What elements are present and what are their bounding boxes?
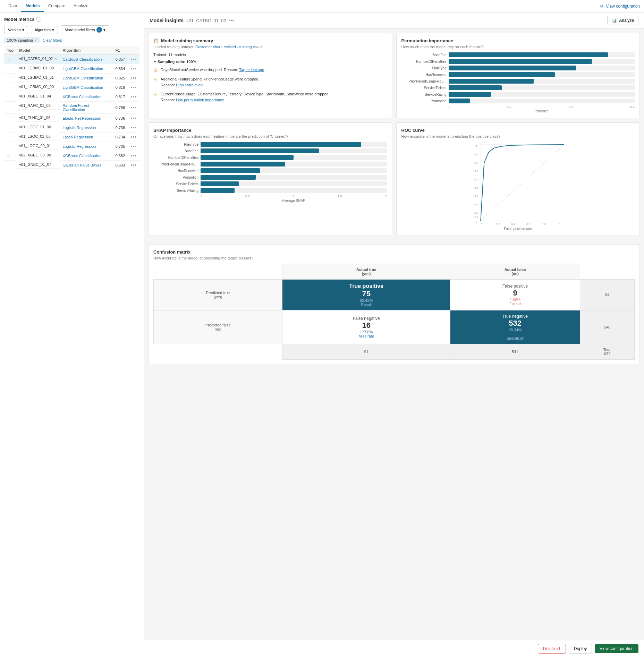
algorithm-name[interactable]: Logistic Regression: [62, 126, 96, 130]
roc-chart: 1 0.9 0.8 0.7 0.6 0.5 0.4 0.3 0.2 0.1 0: [401, 142, 635, 225]
model-cell: v01_LGBMC_00_00: [16, 83, 60, 91]
delete-button[interactable]: Delete v1: [538, 644, 566, 654]
deploy-button[interactable]: Deploy: [569, 644, 592, 654]
col-actions: [128, 46, 139, 55]
algorithm-name[interactable]: Logistic Regression: [62, 144, 96, 148]
cm-row1-total: 84: [580, 280, 635, 310]
shap-bar-track: [201, 168, 387, 173]
nav-analyze[interactable]: Analyze: [69, 1, 93, 12]
nav-data[interactable]: Data: [4, 1, 21, 12]
table-row[interactable]: v01_LGBMC_00_00 LightGBM Classification …: [4, 83, 139, 92]
row-actions[interactable]: •••: [130, 125, 137, 130]
table-row[interactable]: ☆ v02_XGBC_00_00 XGBoost Classification …: [4, 151, 139, 161]
row-actions[interactable]: •••: [130, 75, 137, 81]
row-actions[interactable]: •••: [130, 162, 137, 168]
dataset-link[interactable]: Customer churn revised - training.csv: [195, 45, 259, 49]
algorithm-name[interactable]: XGBoost Classification: [62, 95, 101, 99]
warning-icon-2: ⚠: [153, 77, 158, 82]
drop-reason-link-2[interactable]: High correlation: [176, 83, 203, 87]
table-row[interactable]: v01_LOGC_00_01 Logistic Regression 0.705…: [4, 142, 139, 151]
algorithm-name[interactable]: Gaussian Naive Bayes: [62, 163, 101, 167]
training-dataset-info: Loaded training dataset: Customer churn …: [153, 45, 387, 49]
perm-x-label: Influence: [401, 109, 635, 113]
cm-row-pred-false: Predicted false(no): [154, 310, 282, 344]
row-actions[interactable]: •••: [130, 144, 137, 149]
model-name: v01_LGBMC_01_01: [19, 75, 54, 79]
model-table: Top Model Algorithm F1 ☆ v01_CATBC_01_02…: [4, 46, 139, 170]
bar-fill: [449, 72, 555, 77]
row-actions[interactable]: •••: [130, 105, 137, 110]
shap-bar-track: [201, 188, 387, 193]
table-row[interactable]: v01_XGBC_01_04 XGBoost Classification 0.…: [4, 92, 139, 102]
cm-bottom-corner: [154, 344, 282, 360]
row-actions[interactable]: •••: [130, 57, 137, 62]
algorithm-name[interactable]: LightGBM Classification: [62, 67, 103, 71]
info-icon[interactable]: i: [36, 17, 41, 22]
table-row[interactable]: v01_ELNC_01_06 Elastic Net Regression 0.…: [4, 114, 139, 123]
svg-text:0.2: 0.2: [474, 211, 478, 214]
shap-bar-track: [201, 162, 387, 167]
table-row[interactable]: v01_LOGC_01_00 Logistic Regression 0.736…: [4, 123, 139, 133]
sampling-ratio-text: Sampling ratio: 100%: [158, 60, 196, 64]
bar-track: [449, 92, 635, 97]
drop-reason-link-3[interactable]: Low permutation importance: [176, 98, 224, 102]
algorithm-name[interactable]: LightGBM Classification: [62, 85, 103, 89]
table-row[interactable]: v01_LGBMC_01_01 LightGBM Classification …: [4, 74, 139, 83]
shap-x-4: 2: [385, 195, 387, 198]
nav-compare[interactable]: Compare: [44, 1, 69, 12]
version-filter[interactable]: Version ▾: [4, 26, 28, 34]
bar-fill: [449, 99, 470, 103]
algorithm-name[interactable]: Lasso Regression: [62, 135, 93, 139]
algorithm-name[interactable]: Elastic Net Regression: [62, 116, 101, 120]
row-actions[interactable]: •••: [130, 94, 137, 100]
perm-x-1: 0.1: [507, 105, 512, 109]
perm-title: Permutation importance: [401, 38, 635, 43]
row-actions[interactable]: •••: [130, 66, 137, 71]
table-row[interactable]: v01_LSOC_01_05 Lasso Regression 0.734 ••…: [4, 133, 139, 142]
bar-track: [449, 59, 635, 64]
col-top: Top: [4, 46, 16, 55]
row-actions[interactable]: •••: [130, 134, 137, 140]
algorithm-name[interactable]: LightGBM Classification: [62, 76, 103, 80]
drop-reason-link-1[interactable]: Target leakage: [239, 68, 264, 72]
row-actions[interactable]: •••: [130, 85, 137, 90]
deselect-model[interactable]: ✕: [54, 57, 57, 61]
shap-bar-fill: [201, 168, 260, 173]
table-row[interactable]: v01_GNBC_01_07 Gaussian Naive Bayes 0.63…: [4, 161, 139, 170]
row-actions[interactable]: •••: [130, 153, 137, 159]
table-row[interactable]: ☆ v01_CATBC_01_02 ✕ CatBoost Classificat…: [4, 55, 139, 64]
analyze-button[interactable]: 📊 Analyze: [607, 16, 638, 25]
shap-x-1: 0.5: [245, 195, 250, 198]
algorithm-name[interactable]: CatBoost Classification: [62, 57, 102, 61]
shap-bar-label: PlanType: [153, 143, 198, 146]
cm-col1-total: 91: [282, 344, 450, 360]
table-row[interactable]: v01_LGBMC_01_08 LightGBM Classification …: [4, 64, 139, 74]
algorithm-filter[interactable]: Algorithm ▾: [31, 26, 58, 34]
active-filters-row: 100% sampling ✕ Clear filters: [4, 37, 139, 43]
shap-bar-row: NumberOfPenalties: [153, 155, 387, 160]
view-config-label: View configuration: [606, 4, 640, 9]
view-configuration-btn[interactable]: ⚙ View configuration: [600, 4, 640, 9]
svg-text:0.6: 0.6: [526, 223, 531, 225]
bar-label: BaseFee: [401, 53, 447, 57]
bar-label: NumberOfPenalties: [401, 60, 447, 63]
clear-filters-btn[interactable]: Clear filters: [43, 38, 62, 42]
chevron-down-icon3: ▾: [103, 28, 105, 32]
external-link-icon: ↗: [260, 45, 263, 49]
more-filters[interactable]: More model filters 1 ▾: [61, 25, 109, 34]
table-row[interactable]: v01_RAFC_01_03 Random Forest Classificat…: [4, 102, 139, 114]
svg-text:0.3: 0.3: [474, 203, 478, 206]
more-options-icon[interactable]: •••: [229, 18, 234, 23]
more-filters-label: More model filters: [65, 28, 95, 32]
row-actions[interactable]: •••: [130, 116, 137, 121]
svg-text:0: 0: [481, 223, 482, 225]
cm-tp-label-recall: Recall: [285, 302, 448, 307]
remove-sampling-filter[interactable]: ✕: [34, 39, 37, 42]
cm-row2-total: 548: [580, 310, 635, 344]
top-cell: [4, 83, 16, 92]
shap-bar-fill: [201, 188, 235, 193]
nav-models[interactable]: Models: [21, 1, 44, 12]
algorithm-name[interactable]: XGBoost Classification: [62, 154, 101, 158]
algorithm-name[interactable]: Random Forest Classification: [62, 103, 89, 112]
view-configuration-button[interactable]: View configuration: [595, 644, 638, 653]
